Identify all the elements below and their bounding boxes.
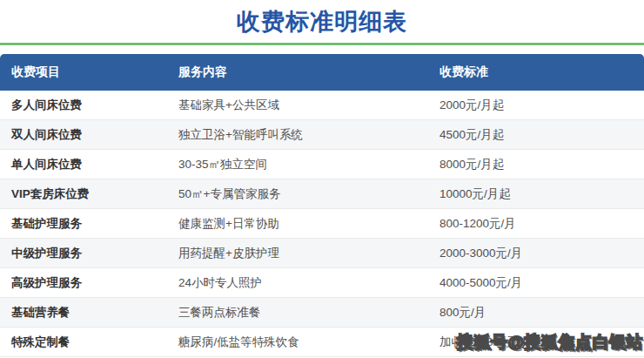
fee-item-cell: 单人间床位费 bbox=[0, 157, 167, 172]
fee-item-cell: 双人间床位费 bbox=[0, 127, 167, 143]
table-row: 基础护理服务 健康监测+日常协助 800-1200元/月 bbox=[0, 209, 644, 239]
table-row: VIP套房床位费 50㎡+专属管家服务 10000元/月起 bbox=[0, 179, 644, 209]
fee-table-body: 多人间床位费 基础家具+公共区域 2000元/月起 双人间床位费 独立卫浴+智能… bbox=[0, 91, 644, 357]
service-cell: 30-35㎡独立空间 bbox=[167, 157, 428, 172]
fee-item-cell: 基础护理服务 bbox=[0, 216, 167, 232]
price-cell: 4000-5000元/月 bbox=[428, 275, 644, 291]
price-cell: 2000元/月起 bbox=[428, 98, 644, 113]
price-cell: 2000-3000元/月 bbox=[428, 246, 644, 261]
column-header-price: 收费标准 bbox=[428, 64, 644, 80]
sohu-watermark: 搜狐号@搜狐焦点白银站 bbox=[457, 331, 643, 354]
service-cell: 糖尿病/低盐等特殊饮食 bbox=[167, 334, 428, 350]
green-divider-line bbox=[0, 43, 644, 45]
page-title: 收费标准明细表 bbox=[237, 6, 407, 37]
service-cell: 健康监测+日常协助 bbox=[167, 216, 428, 232]
fee-item-cell: 多人间床位费 bbox=[0, 98, 167, 113]
column-header-item: 收费项目 bbox=[0, 64, 167, 80]
fee-item-cell: 中级护理服务 bbox=[0, 246, 167, 261]
table-row: 双人间床位费 独立卫浴+智能呼叫系统 4500元/月起 bbox=[0, 120, 644, 150]
fee-table-header: 收费项目 服务内容 收费标准 bbox=[0, 54, 644, 91]
table-row: 单人间床位费 30-35㎡独立空间 8000元/月起 bbox=[0, 150, 644, 179]
table-row: 中级护理服务 用药提醒+皮肤护理 2000-3000元/月 bbox=[0, 239, 644, 268]
fee-item-cell: 基础营养餐 bbox=[0, 305, 167, 321]
service-cell: 三餐两点标准餐 bbox=[167, 305, 428, 321]
service-cell: 用药提醒+皮肤护理 bbox=[167, 246, 428, 261]
fee-table: 收费项目 服务内容 收费标准 多人间床位费 基础家具+公共区域 2000元/月起… bbox=[0, 54, 644, 357]
service-cell: 基础家具+公共区域 bbox=[167, 98, 428, 113]
table-row: 基础营养餐 三餐两点标准餐 800元/月 bbox=[0, 298, 644, 328]
service-cell: 24小时专人照护 bbox=[167, 275, 428, 291]
table-row: 高级护理服务 24小时专人照护 4000-5000元/月 bbox=[0, 268, 644, 298]
price-cell: 800-1200元/月 bbox=[428, 216, 644, 232]
price-cell: 10000元/月起 bbox=[428, 186, 644, 202]
table-row: 多人间床位费 基础家具+公共区域 2000元/月起 bbox=[0, 91, 644, 120]
service-cell: 独立卫浴+智能呼叫系统 bbox=[167, 127, 428, 143]
title-bar: 收费标准明细表 bbox=[0, 0, 644, 43]
service-cell: 50㎡+专属管家服务 bbox=[167, 186, 428, 202]
price-cell: 800元/月 bbox=[428, 305, 644, 321]
fee-item-cell: VIP套房床位费 bbox=[0, 186, 167, 202]
fee-item-cell: 特殊定制餐 bbox=[0, 334, 167, 350]
price-cell: 4500元/月起 bbox=[428, 127, 644, 143]
fee-item-cell: 高级护理服务 bbox=[0, 275, 167, 291]
column-header-service: 服务内容 bbox=[167, 64, 428, 80]
price-cell: 8000元/月起 bbox=[428, 157, 644, 172]
